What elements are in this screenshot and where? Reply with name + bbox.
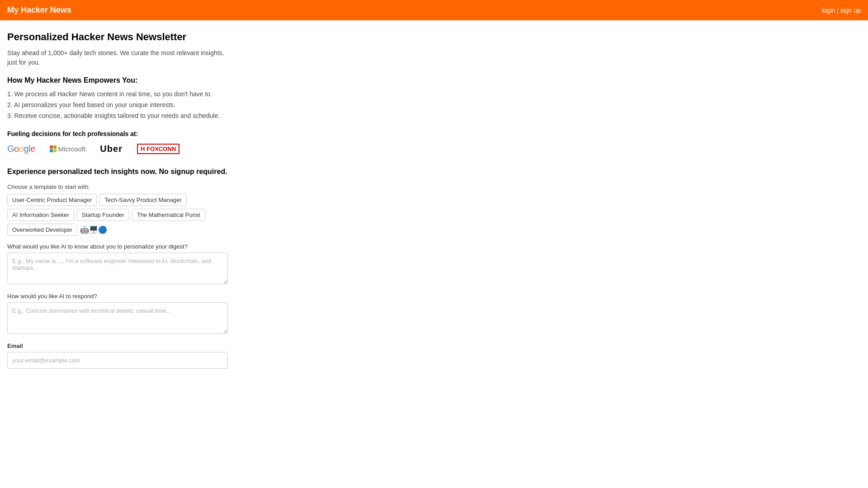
template-user-centric-pm[interactable]: User-Centric Product Manager bbox=[7, 194, 97, 206]
nav-separator: | bbox=[837, 7, 839, 14]
personalize-label: What would you like AI to know about you… bbox=[7, 243, 228, 250]
page-title: Personalized Hacker News Newsletter bbox=[7, 31, 228, 43]
template-label: Choose a template to start with: bbox=[7, 183, 228, 190]
fueling-label: Fueling decisions for tech professionals… bbox=[7, 130, 228, 137]
respond-group: How would you like AI to respond? bbox=[7, 293, 228, 335]
respond-textarea[interactable] bbox=[7, 302, 228, 334]
header-nav: login | sign up bbox=[822, 7, 861, 14]
templates-row-2: AI Information Seeker Startup Founder Th… bbox=[7, 209, 228, 221]
respond-label: How would you like AI to respond? bbox=[7, 293, 228, 300]
how-item-1: 1. We process all Hacker News content in… bbox=[7, 89, 228, 100]
foxconn-logo: HFOXCONN bbox=[137, 144, 179, 154]
uber-logo: Uber bbox=[100, 144, 123, 154]
form-section: What would you like AI to know about you… bbox=[7, 243, 228, 369]
personalize-textarea[interactable] bbox=[7, 253, 228, 284]
templates-row-1: User-Centric Product Manager Tech-Savvy … bbox=[7, 194, 228, 206]
template-tech-savvy-pm[interactable]: Tech-Savvy Product Manager bbox=[99, 194, 187, 206]
microsoft-logo: Microsoft bbox=[50, 145, 86, 153]
login-link[interactable]: login bbox=[822, 7, 835, 14]
cta-section: Experience personalized tech insights no… bbox=[7, 167, 228, 235]
how-it-works-title: How My Hacker News Empowers You: bbox=[7, 76, 228, 84]
template-overworked-dev[interactable]: Overworked Developer bbox=[7, 224, 77, 236]
subtitle: Stay ahead of 1,000+ daily tech stories.… bbox=[7, 48, 228, 67]
template-startup-founder[interactable]: Startup Founder bbox=[77, 209, 129, 221]
email-input[interactable] bbox=[7, 352, 228, 369]
how-item-3: 3. Receive concise, actionable insights … bbox=[7, 111, 228, 122]
how-item-2: 2. AI personalizes your feed based on yo… bbox=[7, 100, 228, 111]
cta-heading: Experience personalized tech insights no… bbox=[7, 167, 228, 177]
site-title: My Hacker News bbox=[7, 5, 71, 15]
how-it-works-section: How My Hacker News Empowers You: 1. We p… bbox=[7, 76, 228, 121]
templates-row-3: Overworked Developer 🤖🖥️🔵 bbox=[7, 224, 228, 236]
fueling-section: Fueling decisions for tech professionals… bbox=[7, 130, 228, 154]
email-group: Email bbox=[7, 343, 228, 369]
site-header: My Hacker News login | sign up bbox=[0, 0, 868, 20]
template-math-purist[interactable]: The Mathematical Purist bbox=[132, 209, 205, 221]
main-content: Personalized Hacker News Newsletter Stay… bbox=[0, 20, 235, 387]
template-ai-info-seeker[interactable]: AI Information Seeker bbox=[7, 209, 74, 221]
email-label: Email bbox=[7, 343, 228, 349]
logos-row: Google Microsoft Uber HFOXCONN bbox=[7, 144, 228, 154]
personalize-group: What would you like AI to know about you… bbox=[7, 243, 228, 286]
template-emoji-group: 🤖🖥️🔵 bbox=[80, 224, 107, 236]
signup-link[interactable]: sign up bbox=[840, 7, 861, 14]
google-logo: Google bbox=[7, 144, 35, 154]
